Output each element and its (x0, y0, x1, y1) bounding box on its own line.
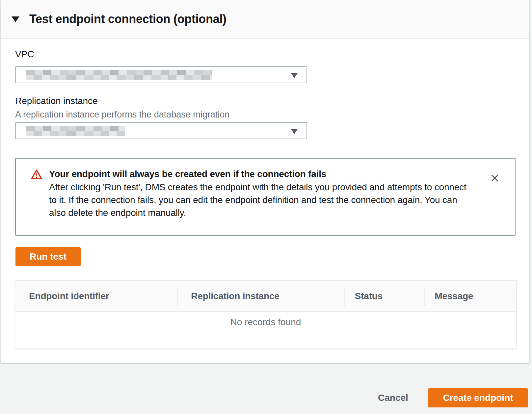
alert-title: Your endpoint will always be created eve… (49, 168, 475, 181)
vpc-label: VPC (15, 49, 34, 60)
warning-alert: Your endpoint will always be created eve… (15, 158, 516, 236)
empty-state-text: No records found (230, 317, 301, 327)
panel-title: Test endpoint connection (optional) (29, 12, 226, 26)
create-endpoint-button[interactable]: Create endpoint (428, 388, 528, 407)
alert-text: Your endpoint will always be created eve… (49, 168, 475, 219)
chevron-down-icon (291, 129, 298, 134)
column-header-replication-instance: Replication instance (177, 281, 344, 311)
run-test-button[interactable]: Run test (15, 247, 81, 266)
column-header-message: Message (424, 281, 516, 311)
cancel-button[interactable]: Cancel (371, 390, 415, 405)
replication-instance-label: Replication instance (15, 96, 98, 106)
close-icon[interactable] (490, 173, 500, 183)
replication-instance-select[interactable] (15, 122, 307, 139)
column-header-status: Status (344, 281, 424, 311)
chevron-down-icon (291, 73, 298, 78)
vpc-select[interactable] (15, 66, 307, 83)
warning-triangle-icon (31, 169, 42, 219)
replication-instance-description: A replication instance performs the data… (15, 110, 229, 120)
panel-header[interactable]: Test endpoint connection (optional) (1, 0, 529, 39)
collapse-caret-icon[interactable] (12, 16, 19, 22)
column-header-endpoint-identifier: Endpoint identifier (15, 281, 177, 311)
create-endpoint-page: Test endpoint connection (optional) VPC … (0, 0, 532, 414)
table-header-row: Endpoint identifier Replication instance… (15, 281, 516, 312)
alert-body: After clicking 'Run test', DMS creates t… (49, 181, 475, 219)
replication-instance-redacted-value (26, 126, 125, 136)
table-body: No records found (15, 312, 516, 349)
vpc-redacted-value (26, 70, 212, 80)
test-endpoint-connection-panel: Test endpoint connection (optional) VPC … (1, 0, 529, 363)
connection-test-results-table: Endpoint identifier Replication instance… (15, 280, 517, 349)
